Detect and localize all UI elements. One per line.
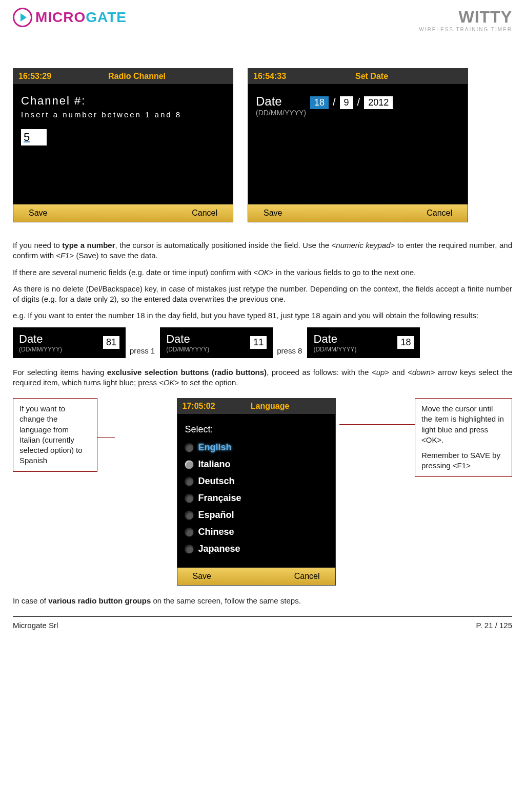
text: In case of [13, 596, 48, 605]
italic-text: OK [258, 268, 269, 277]
paragraph: e.g. If you want to enter the number 18 … [13, 310, 512, 321]
option-label: English [198, 442, 232, 453]
footer-page: P. 21 / 125 [476, 621, 512, 630]
screen-body: Date (DD/MM/YYYY) 18 / 9 / 2012 [248, 84, 468, 204]
screen-header: 16:54:33 Set Date [248, 69, 468, 84]
top-screenshots-row: 16:53:29 Radio Channel Channel #: Insert… [13, 68, 512, 222]
language-option-chinese[interactable]: Chinese [185, 524, 328, 540]
language-option-espanol[interactable]: Español [185, 507, 328, 524]
day-value: 18 [397, 336, 414, 349]
date-step-1: Date (DD/MM/YYYY) 81 [13, 327, 126, 358]
screen-title: Set Date [317, 72, 427, 81]
date-label: Date [19, 332, 97, 346]
screen-footer: Save Cancel [177, 568, 335, 585]
date-sequence: Date (DD/MM/YYYY) 81 press 1 Date (DD/MM… [13, 327, 512, 358]
date-format: (DD/MM/YYYY) [166, 346, 244, 353]
language-option-francaise[interactable]: Française [185, 490, 328, 507]
connector-line [97, 437, 115, 438]
date-label: Date [313, 332, 391, 346]
option-label: Español [198, 510, 234, 520]
channel-label: Channel #: [21, 94, 225, 108]
screen-footer: Save Cancel [13, 204, 233, 222]
radio-channel-screen: 16:53:29 Radio Channel Channel #: Insert… [13, 68, 233, 222]
radio-icon [185, 511, 193, 519]
day-value: 11 [250, 336, 267, 349]
radio-icon [185, 545, 193, 553]
option-label: Italiano [198, 459, 231, 470]
witty-logo: WITTY WIRELESS TRAINING TIMER [419, 8, 512, 32]
radio-icon [185, 477, 193, 486]
text: > in the various fields to go to the nex… [269, 268, 416, 277]
language-option-english[interactable]: English [185, 439, 328, 456]
bold-text: exclusive selection buttons (radio butto… [107, 368, 267, 377]
screen-title: Radio Channel [82, 72, 192, 81]
callout-text: If you want to change the language from … [19, 404, 83, 465]
text: > to set the option. [175, 378, 238, 387]
clock: 16:54:33 [253, 72, 286, 81]
option-label: Japanese [198, 544, 240, 554]
bold-text: type a number [62, 241, 115, 249]
radio-icon [185, 444, 193, 452]
logo-icon [13, 8, 32, 27]
italic-text: down [412, 368, 431, 377]
italic-text: F1 [60, 251, 70, 260]
date-row: Date (DD/MM/YYYY) 18 / 9 / 2012 [256, 94, 460, 117]
text: on the same screen, follow the same step… [151, 596, 301, 605]
option-label: Chinese [198, 527, 234, 537]
screen-footer: Save Cancel [248, 204, 468, 222]
text: For selecting items having [13, 368, 107, 377]
cancel-button[interactable]: Cancel [192, 209, 217, 218]
screen-title: Language [246, 402, 294, 411]
screen-body: Select: English Italiano Deutsch Françai… [177, 414, 335, 568]
save-button[interactable]: Save [29, 209, 47, 218]
radio-icon [185, 494, 193, 503]
channel-hint: Insert a number between 1 and 8 [21, 110, 225, 119]
connector-line [339, 424, 415, 425]
date-format: (DD/MM/YYYY) [313, 346, 391, 353]
cancel-button[interactable]: Cancel [427, 209, 452, 218]
month-input[interactable]: 9 [340, 96, 353, 109]
radio-icon [185, 461, 193, 469]
logo-gate: GATE [86, 9, 127, 25]
day-input[interactable]: 18 [310, 96, 329, 109]
witty-main: WITTY [419, 8, 512, 27]
text: If you need to [13, 241, 62, 249]
italic-text: up [376, 368, 385, 377]
page-footer: Microgate Srl P. 21 / 125 [13, 616, 512, 630]
callout-text: Move the cursor until the item is highli… [421, 404, 506, 445]
channel-input[interactable]: 5 [21, 129, 47, 145]
callout-text: Remember to SAVE by pressing <F1> [421, 450, 506, 471]
bold-text: various radio button groups [48, 596, 151, 605]
save-button[interactable]: Save [193, 572, 211, 581]
language-option-japanese[interactable]: Japanese [185, 540, 328, 557]
screen-header: 16:53:29 Radio Channel [13, 69, 233, 84]
language-screen: 17:05:02 Language Select: English Italia… [177, 398, 336, 586]
option-label: Française [198, 493, 241, 504]
set-date-screen: 16:54:33 Set Date Date (DD/MM/YYYY) 18 /… [248, 68, 468, 222]
language-section: If you want to change the language from … [13, 398, 512, 586]
year-input[interactable]: 2012 [364, 96, 393, 109]
witty-sub: WIRELESS TRAINING TIMER [419, 27, 512, 32]
sequence-action: press 8 [275, 346, 305, 358]
sequence-action: press 1 [128, 346, 158, 358]
date-step-2: Date (DD/MM/YYYY) 11 [160, 327, 273, 358]
screen-body: Channel #: Insert a number between 1 and… [13, 84, 233, 204]
cancel-button[interactable]: Cancel [294, 572, 320, 581]
language-option-italiano[interactable]: Italiano [185, 456, 328, 473]
paragraph: If you need to type a number, the cursor… [13, 240, 512, 261]
date-format: (DD/MM/YYYY) [256, 109, 306, 117]
text: > and < [385, 368, 412, 377]
separator: / [357, 96, 360, 108]
paragraph: As there is no delete (Del/Backspace) ke… [13, 284, 512, 305]
footer-company: Microgate Srl [13, 621, 58, 630]
date-format: (DD/MM/YYYY) [19, 346, 97, 353]
separator: / [333, 96, 336, 108]
date-label: Date [256, 94, 306, 109]
select-label: Select: [185, 424, 328, 435]
paragraph: In case of various radio button groups o… [13, 596, 512, 606]
paragraph: For selecting items having exclusive sel… [13, 367, 512, 388]
text: If there are several numeric fields (e.g… [13, 268, 258, 277]
clock: 16:53:29 [18, 72, 51, 81]
save-button[interactable]: Save [264, 209, 282, 218]
language-option-deutsch[interactable]: Deutsch [185, 473, 328, 490]
